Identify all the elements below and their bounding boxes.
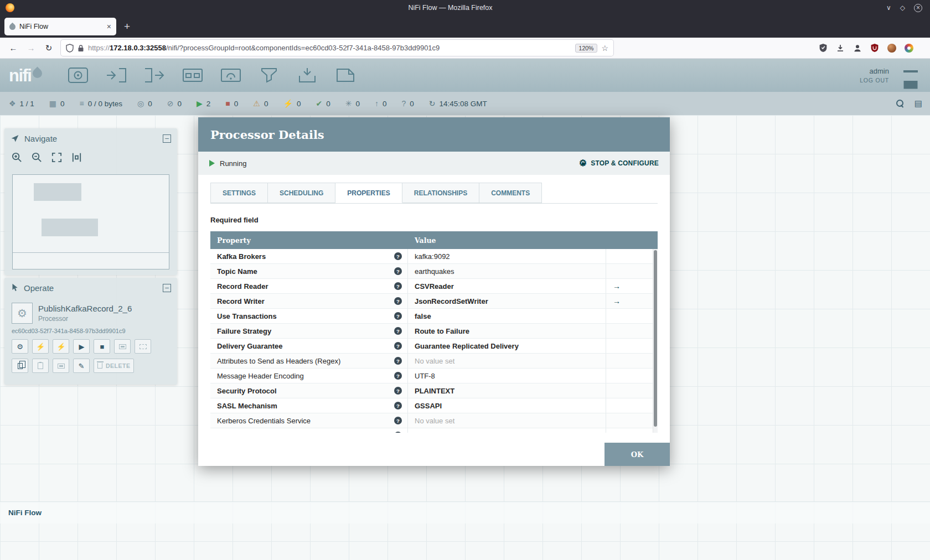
not-transmitting-icon: ⊘ xyxy=(167,100,174,107)
navigate-collapse-button[interactable]: – xyxy=(163,134,171,143)
property-row: Record Writer?JsonRecordSetWriter→ xyxy=(210,294,658,309)
remote-process-group-tool-button[interactable] xyxy=(219,66,242,84)
tab-scheduling[interactable]: SCHEDULING xyxy=(268,183,335,203)
bookmark-star-button[interactable]: ☆ xyxy=(601,44,608,53)
help-icon[interactable]: ? xyxy=(394,417,402,424)
tracking-shield-icon[interactable] xyxy=(66,44,74,53)
running-status-text: Running xyxy=(220,159,246,168)
table-scrollbar-thumb[interactable] xyxy=(654,250,657,427)
process-group-tool-button[interactable] xyxy=(181,66,204,84)
url-bar[interactable]: https://172.18.0.3:32558/nifi/?processGr… xyxy=(61,40,613,56)
stop-and-configure-button[interactable]: ⚙ STOP & CONFIGURE xyxy=(579,159,659,168)
tab-favicon-icon xyxy=(8,22,17,31)
breadcrumb[interactable]: NiFi Flow xyxy=(8,509,42,517)
tab-properties[interactable]: PROPERTIES xyxy=(335,183,402,203)
extension-pinwheel-icon[interactable] xyxy=(905,44,913,53)
table-scrollbar[interactable] xyxy=(653,249,658,433)
new-tab-button[interactable]: + xyxy=(124,20,130,33)
logout-link[interactable]: LOG OUT xyxy=(860,77,889,84)
ok-button[interactable]: OK xyxy=(604,443,670,466)
window-restore-button[interactable]: ◇ xyxy=(900,4,905,11)
help-icon[interactable]: ? xyxy=(394,312,402,320)
url-text: https://172.18.0.3:32558/nifi/?processGr… xyxy=(88,44,571,52)
ungroup-button[interactable] xyxy=(135,339,151,354)
input-port-tool-button[interactable] xyxy=(105,66,128,84)
protections-icon[interactable] xyxy=(819,43,828,53)
forward-button[interactable]: → xyxy=(22,43,40,53)
goto-service-icon[interactable]: → xyxy=(613,297,621,305)
ublock-icon[interactable] xyxy=(870,43,879,53)
help-icon[interactable]: ? xyxy=(394,282,402,290)
delete-button[interactable]: DELETE xyxy=(94,359,134,373)
template-tool-button[interactable] xyxy=(296,66,319,84)
zoom-fit-button[interactable] xyxy=(51,152,63,163)
help-icon[interactable]: ? xyxy=(394,327,402,335)
window-minimize-button[interactable]: ∨ xyxy=(886,4,891,11)
property-name: Attributes to Send as Headers (Regex) xyxy=(217,357,390,365)
tab-relationships[interactable]: RELATIONSHIPS xyxy=(402,183,479,203)
disable-bolt-button[interactable]: ⚡ xyxy=(53,339,69,354)
status-threads-count: 0 xyxy=(60,100,65,108)
operate-collapse-button[interactable]: – xyxy=(163,284,171,292)
property-value: JsonRecordSetWriter xyxy=(415,297,488,305)
locally-modified-icon: ✳ xyxy=(345,100,352,107)
help-icon[interactable]: ? xyxy=(394,387,402,395)
zoom-level-badge[interactable]: 120% xyxy=(575,44,598,53)
help-icon[interactable]: ? xyxy=(394,267,402,275)
property-row: SASL Mechanism?GSSAPI xyxy=(210,398,658,413)
tab-close-icon[interactable]: × xyxy=(107,22,111,31)
help-icon[interactable]: ? xyxy=(394,432,402,433)
flow-canvas[interactable]: Navigate – Operate – ⚙ PublishKafkaRecor… xyxy=(0,115,930,560)
start-play-button[interactable]: ▶ xyxy=(73,339,90,354)
status-invalid: ⚠0 xyxy=(253,100,268,108)
status-refresh[interactable]: ↻ 14:45:08 GMT xyxy=(429,100,487,108)
funnel-tool-button[interactable] xyxy=(257,66,281,84)
goto-service-icon[interactable]: → xyxy=(613,282,621,291)
help-icon[interactable]: ? xyxy=(394,297,402,305)
lock-icon[interactable] xyxy=(78,44,84,52)
account-icon[interactable] xyxy=(853,44,862,53)
property-row: Message Header Encoding?UTF-8 xyxy=(210,369,658,383)
browser-tab[interactable]: NiFi Flow × xyxy=(4,18,116,35)
help-icon[interactable]: ? xyxy=(394,342,402,350)
nifi-logo[interactable]: nifi xyxy=(9,67,42,84)
fill-group-button[interactable] xyxy=(53,359,69,373)
search-button[interactable] xyxy=(896,100,905,108)
zoom-in-button[interactable] xyxy=(11,152,23,163)
processor-tool-button[interactable] xyxy=(66,66,90,84)
configure-gear-button[interactable]: ⚙ xyxy=(12,339,28,354)
downloads-icon[interactable] xyxy=(836,44,845,53)
output-port-tool-button[interactable] xyxy=(143,66,166,84)
window-close-button[interactable]: × xyxy=(914,4,922,12)
stop-square-button[interactable]: ■ xyxy=(94,339,110,354)
help-icon[interactable]: ? xyxy=(394,252,402,260)
refresh-icon[interactable]: ↻ xyxy=(429,100,436,107)
help-icon[interactable]: ? xyxy=(394,402,402,409)
property-value-cell: JsonRecordSetWriter xyxy=(408,294,606,308)
tab-settings[interactable]: SETTINGS xyxy=(210,183,268,203)
color-brush-button[interactable]: ✎ xyxy=(73,359,90,373)
stopped-icon: ■ xyxy=(225,100,230,107)
paste-button[interactable] xyxy=(32,359,49,373)
extension-avatar-icon[interactable] xyxy=(887,44,896,53)
back-button[interactable]: ← xyxy=(4,43,22,53)
panel-toggle-button[interactable]: ▤ xyxy=(914,98,922,108)
processor-details-dialog: Processor Details Running ⚙ STOP & CONFI… xyxy=(198,117,670,466)
status-stopped-count: 0 xyxy=(234,100,239,108)
property-name: Topic Name xyxy=(217,267,390,276)
copy-button[interactable] xyxy=(12,359,28,373)
reload-button[interactable]: ↻ xyxy=(40,43,58,53)
label-tool-button[interactable] xyxy=(334,66,357,84)
property-extra-cell xyxy=(606,383,658,398)
enable-bolt-button[interactable]: ⚡ xyxy=(32,339,49,354)
global-menu-button[interactable] xyxy=(903,70,918,81)
zoom-actual-button[interactable] xyxy=(71,152,82,163)
group-button[interactable] xyxy=(114,339,131,354)
property-extra-cell xyxy=(606,264,658,278)
birdseye-minimap[interactable] xyxy=(12,174,169,269)
help-icon[interactable]: ? xyxy=(394,372,402,380)
tab-comments[interactable]: COMMENTS xyxy=(479,183,542,203)
zoom-out-button[interactable] xyxy=(31,152,43,163)
property-name: Record Writer xyxy=(217,297,390,305)
help-icon[interactable]: ? xyxy=(394,357,402,365)
